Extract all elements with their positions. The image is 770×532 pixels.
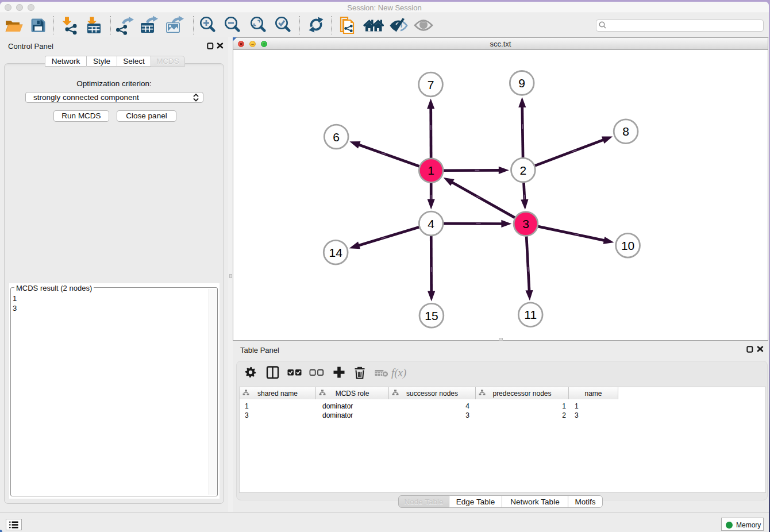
svg-text:8: 8 (622, 125, 629, 138)
svg-text:4: 4 (428, 217, 434, 230)
svg-text:7: 7 (428, 78, 434, 91)
svg-text:2: 2 (520, 164, 527, 177)
svg-text:9: 9 (518, 76, 525, 90)
svg-text:f(x): f(x) (391, 367, 406, 379)
svg-text:11: 11 (524, 308, 537, 321)
svg-text:1: 1 (428, 164, 434, 177)
svg-text:6: 6 (333, 130, 340, 144)
svg-text:3: 3 (522, 217, 529, 230)
svg-text:15: 15 (425, 309, 438, 322)
svg-text:10: 10 (621, 239, 634, 252)
svg-text:14: 14 (329, 246, 343, 259)
